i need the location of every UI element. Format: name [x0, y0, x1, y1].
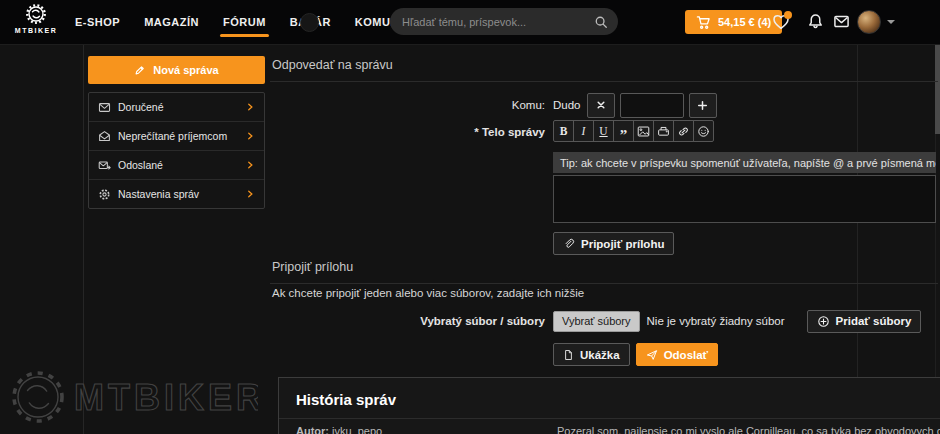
cart-icon — [696, 15, 711, 30]
quote-button[interactable]: ” — [613, 120, 634, 142]
nav-link-eshop[interactable]: E-SHOP — [75, 2, 120, 42]
file-select-label: Vybratý súbor / súbory — [270, 315, 545, 327]
notifications-button[interactable] — [807, 13, 825, 31]
bold-button[interactable]: B — [553, 120, 574, 142]
file-select-field: Vybrať súbory Nie je vybratý žiadny súbo… — [553, 310, 921, 333]
submit-buttons: Ukážka Odoslať — [553, 343, 936, 366]
messages-button[interactable] — [833, 13, 851, 31]
remove-recipient-button[interactable] — [587, 93, 615, 118]
send-button[interactable]: Odoslať — [636, 343, 719, 366]
envelope-icon — [833, 13, 850, 30]
chevron-right-icon — [245, 189, 255, 199]
message-history-panel: História správ Autor: ivku_pepo Pozeral … — [278, 377, 940, 434]
video-icon — [657, 125, 670, 138]
watermark-text: MTBIKER — [74, 377, 258, 418]
preview-button[interactable]: Ukážka — [553, 343, 630, 366]
paperclip-icon — [563, 238, 575, 250]
history-author-name: ivku_pepo — [332, 425, 382, 434]
search-input[interactable] — [400, 15, 594, 29]
active-underline — [220, 34, 269, 37]
chevron-right-icon — [245, 160, 255, 170]
history-title: História správ — [279, 378, 940, 419]
new-message-label: Nová správa — [153, 64, 218, 76]
link-button[interactable] — [673, 120, 694, 142]
smiley-icon — [697, 125, 710, 138]
nav-link-label: FÓRUM — [223, 16, 266, 28]
image-icon — [637, 125, 650, 138]
nav-link-label: MAGAZÍN — [144, 16, 199, 28]
mtbiker-watermark: MTBIKER — [8, 366, 258, 428]
sidebar-item-odoslane[interactable]: Odoslané — [89, 150, 264, 179]
new-message-button[interactable]: Nová správa — [88, 56, 265, 84]
cart-total: 54,15 € (4) — [718, 16, 771, 28]
nav-badge-icon[interactable] — [300, 13, 319, 32]
sidebar-item-dorucene[interactable]: Doručené — [89, 93, 264, 121]
add-recipient-input[interactable] — [620, 93, 684, 118]
no-file-text: Nie je vybratý žiadny súbor — [647, 315, 785, 327]
send-icon — [646, 349, 658, 361]
history-row: Autor: ivku_pepo Pozeral som, najlepsie … — [279, 419, 940, 434]
sidebar-item-label: Nastavenia správ — [118, 188, 238, 200]
recipient-field: Dudo — [553, 93, 717, 118]
history-message-preview: Pozeral som, najlepsie co mi vyslo ale C… — [557, 425, 940, 434]
search-icon[interactable] — [594, 15, 608, 29]
sidebar-item-label: Doručené — [118, 101, 238, 113]
bell-icon — [807, 13, 824, 30]
editor-toolbar: B I U ” — [553, 120, 714, 142]
top-navbar: MTBIKER E-SHOP MAGAZÍN FÓRUM BAZÁR KOMUN… — [0, 0, 940, 45]
reply-section-title: Odpovedať na správu — [270, 58, 938, 82]
recipient-row: Komu: Dudo — [270, 91, 936, 119]
gear-watermark-icon — [14, 373, 62, 421]
messages-sidebar: Nová správa Doručené Neprečítané príjemc… — [88, 56, 265, 209]
underline-button[interactable]: U — [593, 120, 614, 142]
sidebar-item-neprecitane[interactable]: Neprečítané príjemcom — [89, 121, 264, 150]
mention-tip: Tip: ak chcete v príspevku spomenúť užív… — [553, 152, 936, 173]
choose-files-button[interactable]: Vybrať súbory — [553, 311, 640, 332]
recipient-chip: Dudo — [553, 99, 581, 111]
attach-file-button[interactable]: Pripojiť prílohu — [553, 232, 674, 255]
send-label: Odoslať — [664, 349, 709, 361]
recipient-label: Komu: — [270, 99, 545, 111]
envelope-icon — [98, 101, 111, 114]
body-label: * Telo správy — [270, 120, 545, 138]
attach-file-label: Pripojiť prílohu — [581, 238, 664, 250]
chevron-right-icon — [245, 102, 255, 112]
attach-row: Pripojiť prílohu — [553, 232, 674, 255]
video-button[interactable] — [653, 120, 674, 142]
page-left-border — [83, 44, 84, 434]
add-files-label: Pridať súbory — [836, 315, 912, 327]
link-icon — [677, 125, 690, 138]
gear-logo-icon — [25, 3, 47, 25]
search-box — [390, 8, 618, 35]
gear-icon — [98, 188, 111, 201]
user-avatar[interactable] — [857, 10, 881, 34]
brand-text: MTBIKER — [15, 27, 57, 34]
file-select-row: Vybratý súbor / súbory Vybrať súbory Nie… — [270, 308, 936, 334]
nav-link-magazin[interactable]: MAGAZÍN — [144, 2, 199, 42]
nav-link-label: E-SHOP — [75, 16, 120, 28]
sidebar-item-nastavenia[interactable]: Nastavenia správ — [89, 179, 264, 208]
add-recipient-button[interactable] — [689, 93, 717, 118]
page: MTBIKER E-SHOP MAGAZÍN FÓRUM BAZÁR KOMUN… — [0, 0, 940, 434]
submit-row: Ukážka Odoslať — [270, 343, 936, 366]
sidebar-item-label: Odoslané — [118, 159, 238, 171]
smiley-button[interactable] — [693, 120, 714, 142]
pencil-icon — [134, 64, 146, 76]
body-row: * Telo správy B I U ” — [270, 120, 936, 146]
close-icon — [596, 100, 606, 110]
messages-menu: Doručené Neprečítané príjemcom Odoslané — [88, 92, 265, 209]
cart-button[interactable]: 54,15 € (4) — [685, 10, 782, 34]
favorites-notification-dot — [784, 11, 792, 19]
italic-button[interactable]: I — [573, 120, 594, 142]
nav-link-forum[interactable]: FÓRUM — [223, 2, 266, 42]
user-menu-caret-icon[interactable] — [887, 20, 895, 24]
favorites-button[interactable] — [772, 13, 790, 31]
message-body-textarea[interactable] — [553, 175, 936, 223]
add-files-button[interactable]: Pridať súbory — [807, 310, 922, 333]
history-author: Autor: ivku_pepo — [279, 425, 557, 434]
brand-logo[interactable]: MTBIKER — [12, 3, 60, 34]
attachments-section-title: Pripojiť prílohu — [270, 260, 938, 284]
image-button[interactable] — [633, 120, 654, 142]
main-nav: E-SHOP MAGAZÍN FÓRUM BAZÁR KOMUNITA — [75, 0, 417, 44]
chevron-right-icon — [245, 131, 255, 141]
